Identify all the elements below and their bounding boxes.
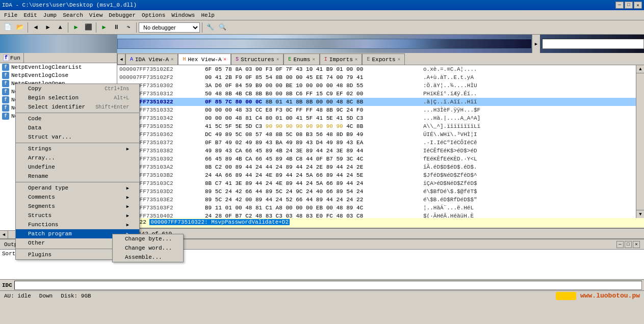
strings-arrow: ▶ <box>126 146 129 152</box>
output-close[interactable]: ✕ <box>633 241 640 248</box>
menu-data-label: Data <box>28 125 41 131</box>
hex-line: 000007FF73510312 50 48 8B 4B CB 8B B0 00… <box>117 90 636 98</box>
hex-view-icon: H <box>183 57 186 62</box>
menu-operand-type-label: Operand type <box>28 185 68 191</box>
extra-btn2[interactable]: 🔍 <box>217 22 228 33</box>
menu-functions-label: Functions <box>28 222 58 228</box>
menu-comments[interactable]: Comments ▶ <box>16 193 139 202</box>
menu-jump[interactable]: Jump <box>40 11 60 19</box>
tab-close-imports[interactable]: ✕ <box>355 57 357 62</box>
content-vscroll[interactable]: ▲ ▼ <box>636 65 644 218</box>
idc-input[interactable] <box>14 281 642 290</box>
func-icon: f <box>2 72 9 79</box>
tab-label-ida: IDA View-A <box>135 57 169 63</box>
hex-line: 000007FF73510362 DC 49 89 5C 08 57 48 8B… <box>117 130 636 139</box>
fwd-btn[interactable]: ▶ <box>42 22 54 33</box>
func-item[interactable]: f NetpEventlogClearList <box>0 63 117 71</box>
menu-strings[interactable]: Strings ▶ <box>16 144 139 153</box>
hex-content[interactable]: 000007FF735102E2 6F 05 78 8A 03 00 F3 0F… <box>117 65 636 218</box>
menu-strings-label: Strings <box>28 146 51 152</box>
close-button[interactable]: ✕ <box>634 2 642 9</box>
sep5 <box>202 22 202 33</box>
up-btn[interactable]: ▲ <box>55 22 66 33</box>
submenu-assemble[interactable]: Assemble... <box>113 253 183 262</box>
menu-struct-var[interactable]: Struct var... <box>16 132 139 142</box>
menu-begin-selection[interactable]: Begin selection Alt+L <box>16 93 139 102</box>
tab-close-enums[interactable]: ✕ <box>312 57 315 62</box>
maximize-button[interactable]: □ <box>625 2 633 9</box>
exports-icon: E <box>367 57 370 62</box>
address-input[interactable] <box>542 39 644 49</box>
navscroll-btn[interactable]: ▶ <box>532 35 540 53</box>
watermark-area: www.luobotou.pw <box>556 292 640 300</box>
menu-structs-label: Structs <box>28 212 51 219</box>
menu-segments[interactable]: Segments ▶ <box>16 202 139 211</box>
func-icon: f <box>2 104 9 112</box>
menu-debugger[interactable]: Debugger <box>106 11 139 19</box>
tab-label-enums: Enums <box>293 57 310 63</box>
tab-close-ida[interactable]: ✕ <box>171 57 173 62</box>
tab-close-hex[interactable]: ✕ <box>223 57 226 62</box>
tab-structures[interactable]: S Structures ✕ <box>231 53 284 65</box>
extra-btn1[interactable]: 🔧 <box>204 22 216 33</box>
func-icon: f <box>2 88 9 95</box>
menu-data[interactable]: Data <box>16 123 139 132</box>
stop-btn[interactable]: ⬛ <box>83 22 94 33</box>
output-minimize[interactable]: ─ <box>616 241 624 248</box>
menu-help[interactable]: Help <box>198 11 217 19</box>
submenu-change-word[interactable]: Change word... <box>113 244 183 253</box>
menu-operand-type[interactable]: Operand type ▶ <box>16 183 139 193</box>
run-btn[interactable]: ▶ <box>98 22 110 33</box>
menu-code[interactable]: Code <box>16 114 139 123</box>
menu-search[interactable]: Search <box>60 11 86 19</box>
menu-copy[interactable]: Copy Ctrl+Ins <box>16 84 139 93</box>
segments-arrow: ▶ <box>126 204 129 209</box>
menu-functions[interactable]: Functions ▶ <box>16 220 139 229</box>
scroll-down[interactable]: ▼ <box>636 210 644 218</box>
tab-label-imports: Imports <box>329 57 353 63</box>
tab-hex-view-a[interactable]: H Hex View-A ✕ <box>178 53 230 65</box>
tab-arrow-left[interactable]: ◀ <box>117 53 125 65</box>
hex-line: 000007FF73510332 00 00 00 48 33 CC E8 F3… <box>117 106 636 114</box>
menu-structs[interactable]: Structs ▶ <box>16 211 139 220</box>
hex-line: 000007FF73510372 0F B7 49 02 49 89 43 BA… <box>117 139 636 147</box>
menu-undefine-label: Undefine <box>28 164 55 170</box>
minimize-button[interactable]: ─ <box>615 2 624 9</box>
hex-line: 000007FF73510382 49 89 43 CA 66 45 89 4B… <box>117 147 636 155</box>
menu-copy-shortcut: Ctrl+Ins <box>105 86 129 92</box>
step-btn[interactable]: ↷ <box>123 22 134 33</box>
comments-arrow: ▶ <box>126 195 129 200</box>
tab-close-structures[interactable]: ✕ <box>276 57 279 62</box>
menu-edit[interactable]: Edit <box>20 11 40 19</box>
address-bar: 0000F722 000007FF73510322: MsvpPasswordV… <box>117 218 644 228</box>
menu-array[interactable]: Array... <box>16 153 139 163</box>
menu-file[interactable]: File <box>1 11 20 19</box>
play-btn[interactable]: ▶ <box>70 22 82 33</box>
func-item[interactable]: f NetpEventlogClose <box>0 71 117 79</box>
sidebar-tab-fun[interactable]: f Fun <box>0 53 24 63</box>
back-btn[interactable]: ◀ <box>30 22 41 33</box>
menu-rename[interactable]: Rename <box>16 172 139 181</box>
hex-line: 000007FF735103A2 8B C2 00 89 44 24 44 24… <box>117 163 636 171</box>
tab-ida-view-a[interactable]: A IDA View-A ✕ <box>125 53 178 65</box>
menu-options[interactable]: Options <box>139 11 168 19</box>
open-btn[interactable]: 📂 <box>14 22 25 33</box>
menu-begin-selection-label: Begin selection <box>28 95 79 101</box>
scroll-up[interactable]: ▲ <box>636 65 644 73</box>
menu-undefine[interactable]: Undefine <box>16 163 139 172</box>
submenu-change-byte[interactable]: Change byte... <box>113 234 183 244</box>
tabs-bar: ◀ A IDA View-A ✕ H Hex View-A ✕ S Struct… <box>117 53 644 65</box>
menu-windows[interactable]: Windows <box>168 11 198 19</box>
tab-imports[interactable]: I Imports ✕ <box>320 53 363 65</box>
debugger-select[interactable]: No debugger <box>139 22 200 33</box>
hex-line: 000007FF735103E2 89 5C 24 42 00 89 44 24… <box>117 196 636 204</box>
menu-view[interactable]: View <box>86 11 106 19</box>
tab-close-exports[interactable]: ✕ <box>398 57 400 62</box>
new-btn[interactable]: 📄 <box>2 22 13 33</box>
tab-exports[interactable]: E Exports ✕ <box>362 53 405 65</box>
menu-select-identifier[interactable]: Select identifier Shift+Enter <box>16 102 139 112</box>
status-direction: Down <box>39 293 53 299</box>
tab-enums[interactable]: E Enums ✕ <box>284 53 319 65</box>
pause-btn[interactable]: ⏸ <box>111 22 122 33</box>
output-maximize[interactable]: □ <box>625 241 632 248</box>
